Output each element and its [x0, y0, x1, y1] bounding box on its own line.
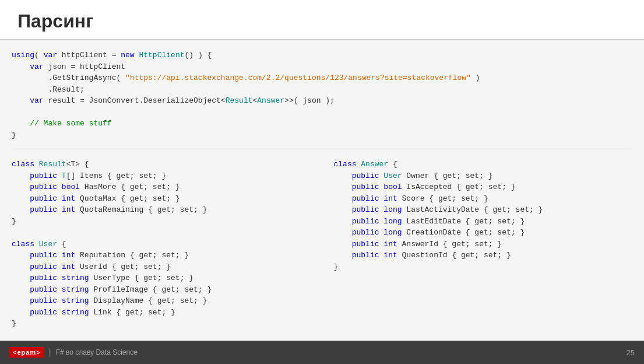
code-line	[12, 227, 311, 239]
code-line: var result = JsonConvert.DeserializeObje…	[12, 95, 632, 107]
footer-logo-area: <epam> | F# во славу Data Science	[9, 347, 138, 358]
code-line: }	[334, 261, 633, 273]
code-line: public int Score { get; set; }	[334, 193, 633, 205]
footer-subtitle: F# во славу Data Science	[56, 348, 138, 356]
code-line: var json = httpClient	[12, 61, 632, 73]
header: Парсинг	[0, 0, 644, 40]
code-line: public long CreationDate { get; set; }	[334, 227, 633, 239]
code-line: using( var httpClient = new HttpClient()…	[12, 50, 632, 61]
code-line: public int AnswerId { get; set; }	[334, 239, 633, 250]
code-line: public int QuotaMax { get; set; }	[12, 193, 311, 205]
code-left: class Result<T> { public T[] Items { get…	[12, 159, 322, 330]
code-line: .Result;	[12, 84, 632, 96]
code-line: public int Reputation { get; set; }	[12, 250, 311, 261]
code-line: public T[] Items { get; set; }	[12, 170, 311, 182]
code-line: .GetStringAsync( "https://api.stackexcha…	[12, 72, 632, 84]
code-line: class Answer {	[334, 159, 633, 170]
page-container: Парсинг using( var httpClient = new Http…	[0, 0, 644, 364]
footer: <epam> | F# во славу Data Science 25	[0, 341, 644, 364]
code-line: public long LastActivityDate { get; set;…	[334, 204, 633, 216]
code-line: public string UserType { get; set; }	[12, 272, 311, 284]
code-line: public bool IsAccepted { get; set; }	[334, 181, 633, 193]
code-line: public string DisplayName { get; set; }	[12, 295, 311, 307]
code-line: class User {	[12, 239, 311, 250]
code-line: public int QuotaRemaining { get; set; }	[12, 204, 311, 216]
code-line: public string Link { get; set; }	[12, 307, 311, 318]
code-line: class Result<T> {	[12, 159, 311, 170]
code-line: public bool HasMore { get; set; }	[12, 181, 311, 193]
code-top-section: using( var httpClient = new HttpClient()…	[12, 50, 632, 149]
code-line: public string ProfileImage { get; set; }	[12, 284, 311, 296]
code-line: public int QuestionId { get; set; }	[334, 250, 633, 261]
code-line: }	[12, 216, 311, 228]
code-line: public User Owner { get; set; }	[334, 170, 633, 182]
epam-logo: <epam>	[9, 347, 44, 358]
code-line: }	[12, 130, 632, 141]
main-content: using( var httpClient = new HttpClient()…	[0, 40, 644, 341]
footer-separator: |	[49, 347, 51, 358]
code-block: using( var httpClient = new HttpClient()…	[12, 50, 632, 330]
code-line: public int UserId { get; set; }	[12, 261, 311, 273]
code-line: public long LastEditDate { get; set; }	[334, 216, 633, 228]
code-line: // Make some stuff	[12, 118, 632, 130]
code-bottom-section: class Result<T> { public T[] Items { get…	[12, 159, 632, 330]
footer-page-number: 25	[627, 348, 635, 357]
code-line	[12, 107, 632, 118]
page-title: Парсинг	[17, 10, 627, 32]
code-line: }	[12, 318, 311, 330]
code-right: class Answer { public User Owner { get; …	[322, 159, 633, 330]
